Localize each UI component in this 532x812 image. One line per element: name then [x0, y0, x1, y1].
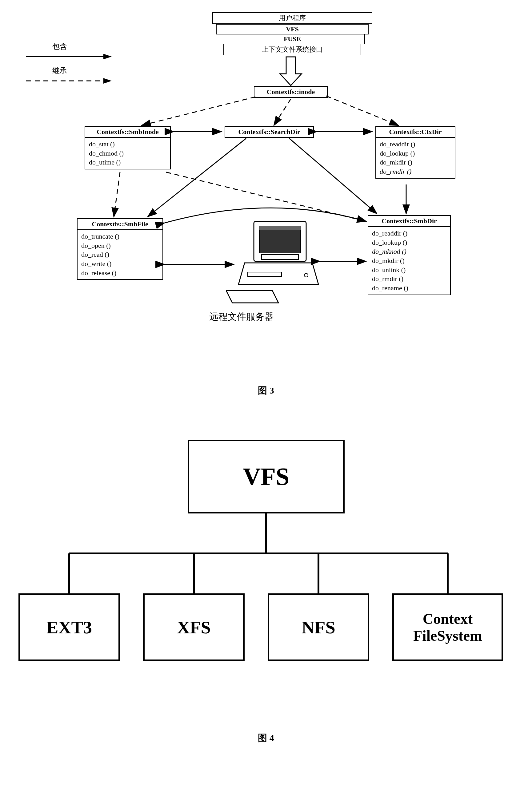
class-searchdir-title: Contextfs::SearchDir — [225, 126, 314, 138]
method: do_stat () — [89, 140, 166, 149]
xfs-box: XFS — [143, 593, 244, 661]
svg-rect-5 — [262, 255, 298, 260]
class-smbinode-methods: do_stat () do_chmod () do_utime () — [85, 138, 171, 170]
method: do_mkdir () — [380, 158, 451, 167]
method: do_rename () — [372, 284, 446, 293]
class-ctxdir: Contextfs::CtxDir do_readdir () do_looku… — [375, 126, 456, 179]
method: do_mkdir () — [372, 256, 446, 265]
class-smbdir-methods: do_readdir () do_lookup () do_mknod () d… — [368, 227, 451, 295]
svg-rect-4 — [260, 226, 300, 230]
diagram-container: 包含 继承 用户程序 VFS FUSE 上下文文件系统接口 Contextfs:… — [12, 12, 520, 759]
method: do_write () — [81, 259, 159, 269]
contextfs-box: Context FileSystem — [392, 593, 503, 661]
method: do_open () — [81, 241, 159, 250]
class-smbdir: Contextfs::SmbDir do_readdir () do_looku… — [368, 215, 451, 295]
vfs-box: VFS — [188, 440, 345, 513]
figure-4: VFS EXT3 XFS NFS Context FileSystem — [12, 421, 520, 759]
contextfs-label-2: FileSystem — [413, 627, 482, 644]
class-smbinode-title: Contextfs::SmbInode — [85, 126, 171, 138]
class-searchdir: Contextfs::SearchDir — [225, 126, 314, 138]
class-inode-title: Contextfs::inode — [254, 86, 328, 98]
stack-user-program: 用户程序 — [212, 12, 372, 24]
svg-point-7 — [304, 273, 308, 277]
class-smbdir-title: Contextfs::SmbDir — [368, 215, 451, 227]
layer-stack: 用户程序 VFS FUSE 上下文文件系统接口 — [212, 12, 372, 55]
legend-contains-label: 包含 — [52, 42, 123, 51]
method: do_release () — [81, 269, 159, 278]
class-smbfile: Contextfs::SmbFile do_truncate () do_ope… — [77, 218, 163, 280]
legend-contains-line — [25, 54, 117, 60]
method: do_truncate () — [81, 232, 159, 241]
class-ctxdir-methods: do_readdir () do_lookup () do_mkdir () d… — [375, 138, 456, 179]
method: do_mknod () — [372, 247, 446, 256]
method: do_rmdir () — [372, 274, 446, 284]
class-smbinode: Contextfs::SmbInode do_stat () do_chmod … — [85, 126, 171, 170]
svg-line-11 — [326, 96, 398, 126]
contextfs-label-1: Context — [423, 610, 473, 627]
class-smbfile-methods: do_truncate () do_open () do_read () do_… — [77, 230, 163, 280]
nfs-label: NFS — [302, 617, 335, 638]
server-icon — [226, 218, 325, 307]
method: do_rmdir () — [380, 167, 451, 176]
stack-ctxfs-interface: 上下文文件系统接口 — [223, 44, 361, 55]
server-label: 远程文件服务器 — [209, 310, 274, 323]
svg-rect-3 — [260, 226, 300, 253]
figure4-caption: 图 4 — [12, 732, 520, 744]
method: do_readdir () — [372, 229, 446, 238]
class-ctxdir-title: Contextfs::CtxDir — [375, 126, 456, 138]
svg-line-15 — [166, 172, 366, 221]
figure-3: 包含 继承 用户程序 VFS FUSE 上下文文件系统接口 Contextfs:… — [12, 12, 520, 397]
svg-line-9 — [142, 97, 255, 126]
vfs-label: VFS — [243, 463, 289, 491]
ext3-box: EXT3 — [18, 593, 120, 661]
stack-fuse: FUSE — [220, 34, 365, 44]
method: do_unlink () — [372, 265, 446, 275]
method: do_utime () — [89, 158, 166, 167]
svg-line-14 — [114, 172, 120, 217]
method: do_readdir () — [380, 140, 451, 149]
svg-line-10 — [274, 99, 291, 126]
stack-vfs: VFS — [216, 24, 369, 34]
legend-inherits-label: 继承 — [52, 66, 123, 76]
class-smbfile-title: Contextfs::SmbFile — [77, 218, 163, 230]
class-inode: Contextfs::inode — [254, 86, 328, 98]
svg-rect-8 — [248, 272, 282, 276]
method: do_read () — [81, 250, 159, 259]
xfs-label: XFS — [177, 617, 211, 638]
legend: 包含 继承 — [25, 42, 123, 86]
method: do_lookup () — [380, 149, 451, 158]
method: do_lookup () — [372, 238, 446, 247]
figure3-caption: 图 3 — [12, 384, 520, 397]
legend-inherits-line — [25, 78, 117, 84]
ext3-label: EXT3 — [46, 617, 92, 638]
method: do_chmod () — [89, 149, 166, 158]
svg-line-17 — [289, 139, 377, 214]
svg-rect-2 — [254, 221, 306, 261]
nfs-box: NFS — [268, 593, 369, 661]
